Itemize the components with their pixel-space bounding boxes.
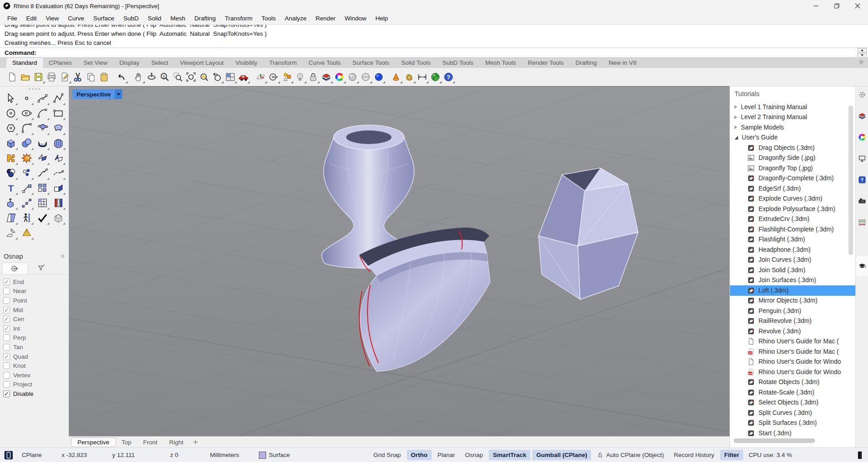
status-panel-icon[interactable] xyxy=(4,450,14,460)
dimension-button[interactable] xyxy=(415,70,429,84)
checkbox-disable[interactable]: ✓ xyxy=(3,390,10,397)
zoom-window-button[interactable] xyxy=(171,70,184,84)
tree-item-drag-objects-3dm[interactable]: Drag Objects (.3dm) xyxy=(730,143,855,153)
tool-column-array[interactable] xyxy=(51,196,66,210)
help-button[interactable]: ? xyxy=(442,70,455,84)
print-button[interactable] xyxy=(45,70,58,84)
tree-item-level-2-training-manual[interactable]: Level 2 Training Manual xyxy=(730,112,855,123)
rendered-view-button[interactable] xyxy=(372,70,385,84)
paste-button[interactable] xyxy=(97,70,110,84)
layers-button[interactable] xyxy=(320,70,333,84)
checkbox-mid[interactable]: ✓ xyxy=(3,307,10,313)
toolbar-tab-display[interactable]: Display xyxy=(114,58,145,68)
tool-cage-edit[interactable] xyxy=(51,211,66,225)
menu-mesh[interactable]: Mesh xyxy=(166,13,190,24)
pan-hand-button[interactable] xyxy=(132,70,145,84)
checkbox-quad[interactable]: ✓ xyxy=(3,353,10,360)
perspective-viewport[interactable]: Perspective xyxy=(69,86,730,436)
statusbar-filter[interactable]: Filter xyxy=(720,450,743,460)
menu-transform[interactable]: Transform xyxy=(220,13,257,24)
options-gears-button[interactable] xyxy=(402,70,415,84)
filter-shapes-button[interactable] xyxy=(280,70,293,84)
alert-cone-button[interactable] xyxy=(389,70,402,84)
menu-render[interactable]: Render xyxy=(311,13,340,24)
tree-item-dragonfly-side-jpg[interactable]: Dragonfly Side (.jpg) xyxy=(730,153,855,164)
menu-curve[interactable]: Curve xyxy=(63,13,89,24)
tree-item-rhino-user-s-guide-for-windo[interactable]: PDFRhino User's Guide for Windo xyxy=(730,367,855,377)
tool-select-arrow[interactable] xyxy=(3,91,19,106)
minimize-button[interactable] xyxy=(806,0,826,12)
viewport-title-dropdown[interactable]: Perspective xyxy=(72,89,122,99)
tabbar-gear-icon[interactable] xyxy=(858,59,864,67)
zoom-extents-button[interactable] xyxy=(184,70,197,84)
checkbox-tan[interactable] xyxy=(3,344,10,351)
dock-layers-wedge-button[interactable] xyxy=(857,111,868,121)
command-prompt-row[interactable]: Command: xyxy=(0,48,868,57)
cut-button[interactable] xyxy=(71,70,84,84)
toolbar-tab-set-view[interactable]: Set View xyxy=(78,58,114,68)
statusbar-ortho[interactable]: Ortho xyxy=(407,450,432,460)
osnap-row-disable[interactable]: ✓Disable xyxy=(3,389,69,399)
save-button[interactable] xyxy=(32,70,45,84)
tool-patch[interactable] xyxy=(51,136,66,150)
tree-item-join-surfaces-3dm[interactable]: Join Surfaces (.3dm) xyxy=(730,275,855,286)
toolbar-tab-visibility[interactable]: Visibility xyxy=(229,58,263,68)
tree-item-revolve-3dm[interactable]: Revolve (.3dm) xyxy=(730,326,855,337)
tree-item-extrudecrv-3dm[interactable]: ExtrudeCrv (.3dm) xyxy=(730,214,855,225)
osnap-row-knot[interactable]: Knot xyxy=(3,361,69,371)
zoom-selected-button[interactable] xyxy=(197,70,210,84)
tree-item-split-surfaces-3dm[interactable]: Split Surfaces (.3dm) xyxy=(730,418,855,428)
checkbox-project[interactable] xyxy=(3,381,10,388)
cplane-button[interactable] xyxy=(254,70,267,84)
tool-surface-points[interactable] xyxy=(35,121,50,135)
statusbar-record-history[interactable]: Record History xyxy=(670,450,718,460)
tool-sketch-hand[interactable] xyxy=(3,226,19,240)
edit-doc-button[interactable] xyxy=(58,70,71,84)
checkbox-point[interactable] xyxy=(3,297,10,304)
tool-extend-curve[interactable] xyxy=(51,166,66,180)
toolbar-tab-standard[interactable]: Standard xyxy=(6,58,43,68)
menu-subd[interactable]: SubD xyxy=(119,13,143,24)
osnap-toggle-button[interactable] xyxy=(267,70,280,84)
tool-rectangle[interactable] xyxy=(51,106,66,120)
osnap-tab-snaps[interactable] xyxy=(2,262,28,274)
car-button[interactable] xyxy=(237,70,250,84)
tool-surface-edge[interactable] xyxy=(51,121,66,135)
checkbox-int[interactable]: ✓ xyxy=(3,325,10,332)
dock-camera-button[interactable] xyxy=(857,196,868,207)
tree-item-join-curves-3dm[interactable]: Join Curves (.3dm) xyxy=(730,255,855,265)
dock-color-wheel-button[interactable] xyxy=(857,132,868,143)
layer-color-swatch[interactable] xyxy=(259,452,266,459)
menu-analyze[interactable]: Analyze xyxy=(280,13,311,24)
tool-pyramid[interactable] xyxy=(19,226,34,240)
tool-array-rect[interactable] xyxy=(35,181,50,195)
ghosted-view-button[interactable] xyxy=(359,70,372,84)
restore-button[interactable] xyxy=(826,0,847,12)
tool-text[interactable]: T xyxy=(3,181,19,195)
tool-boolean-spheres[interactable] xyxy=(3,166,19,180)
tree-item-split-curves-3dm[interactable]: Split Curves (.3dm) xyxy=(730,408,855,418)
statusbar-planar[interactable]: Planar xyxy=(434,450,459,460)
dock-tutorials-cap-tab[interactable] xyxy=(856,256,868,276)
tree-item-railrevolve-3dm[interactable]: RailRevolve (.3dm) xyxy=(730,316,855,327)
tree-item-loft-3dm[interactable]: Loft (.3dm) xyxy=(730,285,855,296)
viewport-title[interactable]: Perspective xyxy=(72,89,115,99)
open-folder-button[interactable] xyxy=(19,70,32,84)
viewport-tab-front[interactable]: Front xyxy=(137,438,163,447)
chevron-down-icon[interactable] xyxy=(115,89,122,99)
tree-item-headphone-3dm[interactable]: Headphone (.3dm) xyxy=(730,245,855,255)
dock-grid-panel-button[interactable] xyxy=(857,217,868,228)
tool-ellipse[interactable] xyxy=(19,106,34,120)
osnap-row-end[interactable]: ✓End xyxy=(3,277,69,287)
tool-arc[interactable] xyxy=(35,106,50,120)
checkbox-near[interactable] xyxy=(3,288,10,294)
osnap-row-near[interactable]: Near xyxy=(3,287,69,296)
zoom-back-button[interactable] xyxy=(210,70,224,84)
toolbar-tab-subd-tools[interactable]: SubD Tools xyxy=(436,58,479,68)
statusbar-units[interactable]: Millimeters xyxy=(210,452,259,458)
osnap-tab-filter[interactable] xyxy=(28,262,54,274)
toolbar-tab-curve-tools[interactable]: Curve Tools xyxy=(303,58,347,68)
toolbar-tab-drafting[interactable]: Drafting xyxy=(570,58,603,68)
osnap-row-quad[interactable]: ✓Quad xyxy=(3,352,69,361)
tree-item-join-solid-3dm[interactable]: Join Solid (.3dm) xyxy=(730,265,855,275)
